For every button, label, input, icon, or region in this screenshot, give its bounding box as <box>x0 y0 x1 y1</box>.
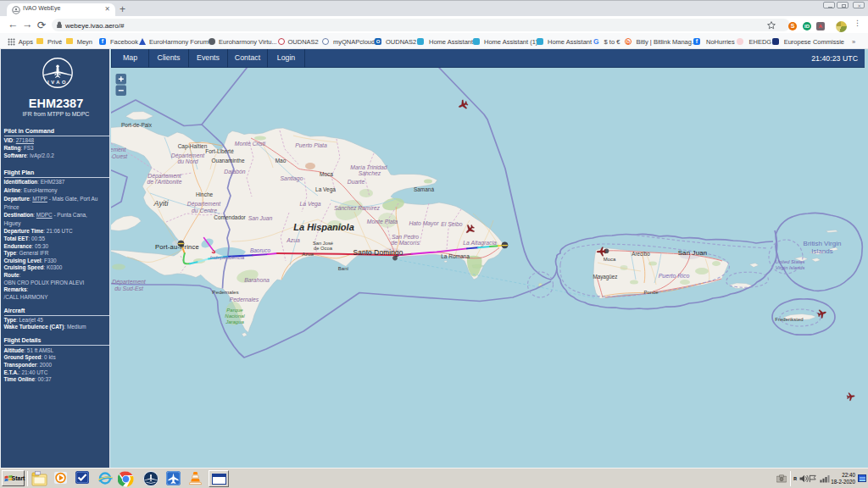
svg-text:Parque: Parque <box>226 308 243 313</box>
svg-text:Santiago: Santiago <box>281 175 303 182</box>
svg-text:San Juan: San Juan <box>248 215 273 221</box>
svg-text:United States: United States <box>776 259 805 264</box>
svg-text:Ponce: Ponce <box>643 290 659 295</box>
svg-text:Ayiti: Ayiti <box>153 199 170 208</box>
svg-text:La Vega: La Vega <box>315 186 336 193</box>
svg-text:Moca: Moca <box>320 171 333 177</box>
svg-text:Monte Plata: Monte Plata <box>367 219 398 225</box>
svg-text:La Hispaniola: La Hispaniola <box>293 222 354 232</box>
svg-text:San Juan: San Juan <box>678 249 708 257</box>
svg-text:Sánchez: Sánchez <box>359 170 381 176</box>
svg-text:Cap-Haïtien: Cap-Haïtien <box>178 143 208 150</box>
svg-text:du Sud-Est: du Sud-Est <box>114 286 144 291</box>
svg-text:Independencia: Independencia <box>210 254 245 260</box>
svg-text:Azua: Azua <box>302 252 314 257</box>
svg-text:Hinche: Hinche <box>196 191 214 197</box>
svg-text:du Centre: du Centre <box>192 208 217 214</box>
svg-text:Islands: Islands <box>811 247 832 255</box>
svg-text:de Macorís: de Macorís <box>391 240 420 246</box>
svg-text:du Nord: du Nord <box>177 158 198 164</box>
svg-text:Ouanaminthe: Ouanaminthe <box>211 158 244 164</box>
svg-text:La Romana: La Romana <box>441 253 470 259</box>
svg-text:María Trinidad: María Trinidad <box>350 164 387 170</box>
svg-text:Puerto Rico: Puerto Rico <box>659 273 690 279</box>
svg-text:Fort-Liberté: Fort-Liberté <box>205 148 234 154</box>
svg-text:rd-Ouest: rd-Ouest <box>111 153 128 159</box>
svg-text:Dajabón: Dajabón <box>224 169 246 175</box>
svg-text:Port-au-Prince: Port-au-Prince <box>155 243 199 251</box>
svg-text:Santo Domingo: Santo Domingo <box>353 249 403 257</box>
svg-text:Jaragua: Jaragua <box>225 319 244 324</box>
svg-text:Moca: Moca <box>604 257 616 262</box>
svg-text:rtement: rtement <box>111 147 127 152</box>
svg-text:San José: San José <box>313 241 333 246</box>
svg-text:Mao: Mao <box>275 158 287 164</box>
svg-text:Azua: Azua <box>286 237 300 243</box>
svg-text:Baní: Baní <box>338 266 349 271</box>
svg-text:San Pedro: San Pedro <box>392 234 419 240</box>
svg-text:British Virgin: British Virgin <box>804 240 842 247</box>
svg-text:Arecibo: Arecibo <box>632 251 650 257</box>
svg-text:La Altagracia: La Altagracia <box>463 240 497 247</box>
svg-text:Frederiksted: Frederiksted <box>775 317 803 322</box>
svg-text:Port-de-Paix: Port-de-Paix <box>121 122 153 128</box>
svg-text:Comendador: Comendador <box>214 214 246 220</box>
svg-text:Barahona: Barahona <box>244 277 270 283</box>
svg-text:Pedernales: Pedernales <box>212 289 238 295</box>
svg-text:Virgin Islands: Virgin Islands <box>776 265 805 270</box>
svg-text:Duarte: Duarte <box>348 179 365 185</box>
svg-text:La Vega: La Vega <box>299 201 320 208</box>
svg-text:Hato Mayor: Hato Mayor <box>409 220 439 227</box>
svg-text:Sánchez Ramírez: Sánchez Ramírez <box>334 205 381 211</box>
svg-text:Département: Département <box>112 279 146 286</box>
svg-text:Samaná: Samaná <box>414 186 435 192</box>
svg-text:de Ocoa: de Ocoa <box>314 246 333 251</box>
svg-text:de l'Artibonite: de l'Artibonite <box>147 179 182 185</box>
svg-text:El Seibo: El Seibo <box>441 221 463 227</box>
svg-text:Mayagüez: Mayagüez <box>593 274 617 280</box>
svg-text:Baoruco: Baoruco <box>250 247 271 253</box>
svg-text:Monte Cristi: Monte Cristi <box>235 141 266 147</box>
svg-text:Nacional: Nacional <box>225 313 245 319</box>
svg-text:Puerto Plata: Puerto Plata <box>295 142 327 148</box>
svg-text:IVAO: IVAO <box>47 80 67 85</box>
svg-text:Pedernales: Pedernales <box>230 297 259 302</box>
